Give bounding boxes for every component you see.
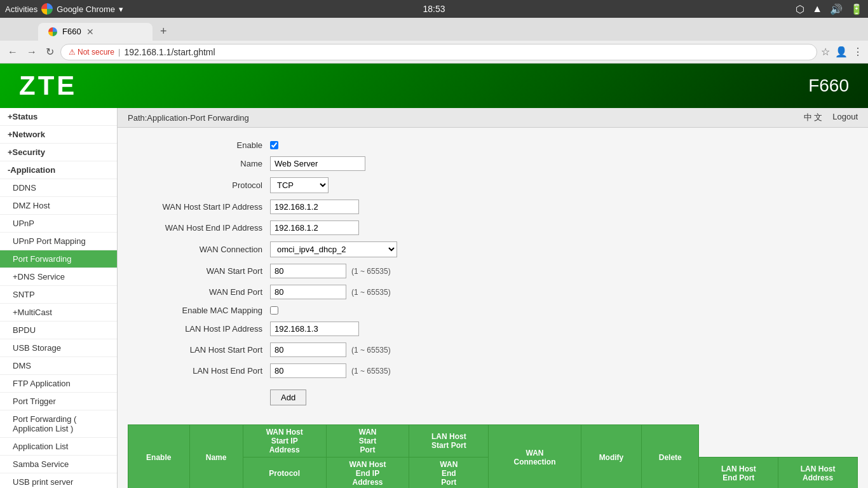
sidebar-item-upnp[interactable]: UPnP	[0, 215, 117, 233]
wan-end-port-label: WAN End Port	[143, 287, 270, 297]
language-switch[interactable]: 中 文	[804, 112, 823, 123]
battery-icon: 🔋	[850, 3, 863, 15]
sidebar-item-status[interactable]: +Status	[0, 108, 117, 126]
mac-mapping-label: Enable MAC Mapping	[143, 306, 270, 315]
th-wan-end-port: WANEndPort	[409, 458, 489, 489]
tab-bar: F660 ✕ +	[0, 18, 868, 41]
sidebar-item-sntp[interactable]: SNTP	[0, 286, 117, 304]
main-layout: +Status+Network+Security-ApplicationDDNS…	[0, 108, 868, 488]
sidebar-item-ftp-application[interactable]: FTP Application	[0, 375, 117, 393]
network-icon: ⬡	[796, 3, 804, 15]
wan-connection-row: WAN Connection omci_ipv4_dhcp_2	[143, 241, 843, 257]
sidebar-item-application-list[interactable]: Application List	[0, 438, 117, 456]
forwarding-table: Enable Name WAN HostStart IPAddress WANS…	[128, 424, 858, 488]
wan-end-port-input[interactable]: 80	[270, 285, 346, 299]
sidebar-item-port-forwarding-app[interactable]: Port Forwarding ( Application List )	[0, 410, 117, 438]
lan-start-port-row: LAN Host Start Port 80 (1 ~ 65535)	[143, 342, 843, 357]
name-label: Name	[143, 159, 270, 168]
wan-end-ip-label: WAN Host End IP Address	[143, 223, 270, 233]
dropdown-arrow[interactable]: ▾	[119, 4, 123, 14]
address-bar[interactable]: ⚠ Not secure | 192.168.1.1/start.ghtml	[60, 44, 817, 60]
th-protocol: Protocol	[243, 458, 326, 489]
zte-logo: ZTE	[19, 71, 77, 101]
enable-checkbox[interactable]	[270, 141, 278, 149]
wifi-icon: ▲	[812, 3, 822, 15]
wan-start-ip-row: WAN Host Start IP Address 192.168.1.2	[143, 200, 843, 214]
not-secure-indicator: ⚠ Not secure	[69, 48, 114, 57]
name-row: Name Web Server	[143, 156, 843, 171]
wan-start-port-row: WAN Start Port 80 (1 ~ 65535)	[143, 264, 843, 278]
th-wan-connection: WANConnection	[489, 425, 581, 489]
th-wan-start-port: WANStartPort	[326, 425, 409, 458]
system-topbar: Activities Google Chrome ▾ 18:53 ⬡ ▲ 🔊 🔋	[0, 0, 868, 18]
lan-ip-row: LAN Host IP Address 192.168.1.3	[143, 322, 843, 336]
sidebar-item-multicast[interactable]: +MultiCast	[0, 304, 117, 322]
tab-favicon	[48, 27, 57, 36]
sidebar-item-dns-service[interactable]: +DNS Service	[0, 268, 117, 286]
active-tab[interactable]: F660 ✕	[38, 23, 153, 41]
add-button-row: Add	[143, 384, 843, 405]
th-wan-start-ip: WAN HostStart IPAddress	[243, 425, 326, 458]
sidebar-item-usb-storage[interactable]: USB Storage	[0, 339, 117, 357]
wan-start-port-label: WAN Start Port	[143, 266, 270, 276]
lan-ip-input[interactable]: 192.168.1.3	[270, 322, 359, 336]
sidebar-item-port-trigger[interactable]: Port Trigger	[0, 393, 117, 410]
th-lan-start-port: LAN HostStart Port	[409, 425, 489, 458]
lan-start-port-input[interactable]: 80	[270, 342, 346, 357]
th-wan-end-ip: WAN HostEnd IPAddress	[326, 458, 409, 489]
sidebar-item-port-forwarding[interactable]: Port Forwarding	[0, 250, 117, 268]
warning-icon: ⚠	[69, 48, 76, 57]
enable-label: Enable	[143, 140, 270, 150]
menu-button[interactable]: ⋮	[853, 46, 863, 58]
forwarding-table-area: Enable Name WAN HostStart IPAddress WANS…	[128, 424, 858, 488]
activities-label[interactable]: Activities	[5, 4, 37, 14]
sidebar-item-dmzhost[interactable]: DMZ Host	[0, 197, 117, 215]
name-input[interactable]: Web Server	[270, 156, 365, 171]
sidebar-item-application[interactable]: -Application	[0, 161, 117, 179]
tab-close-button[interactable]: ✕	[86, 27, 94, 37]
url-display[interactable]: 192.168.1.1/start.ghtml	[124, 47, 215, 57]
lan-start-port-label: LAN Host Start Port	[143, 345, 270, 355]
protocol-label: Protocol	[143, 180, 270, 190]
lan-end-port-input[interactable]: 80	[270, 363, 346, 378]
sidebar-item-security[interactable]: +Security	[0, 144, 117, 161]
sidebar-item-ddns[interactable]: DDNS	[0, 179, 117, 197]
reload-button[interactable]: ↻	[43, 43, 57, 60]
port-forwarding-form: Enable Name Web Server Protocol	[118, 128, 868, 424]
th-name: Name	[189, 425, 243, 489]
wan-start-port-range: (1 ~ 65535)	[351, 267, 391, 276]
lan-end-port-label: LAN Host End Port	[143, 366, 270, 376]
sidebar-item-usb-print-server[interactable]: USB print server	[0, 473, 117, 488]
add-button[interactable]: Add	[270, 390, 306, 405]
forward-button[interactable]: →	[24, 44, 39, 60]
sidebar-item-network[interactable]: +Network	[0, 126, 117, 144]
profile-button[interactable]: 👤	[835, 46, 848, 58]
sidebar-item-samba-service[interactable]: Samba Service	[0, 456, 117, 473]
sidebar-item-upnp-port-mapping[interactable]: UPnP Port Mapping	[0, 233, 117, 250]
wan-start-ip-input[interactable]: 192.168.1.2	[270, 200, 359, 214]
path-bar: Path:Application-Port Forwarding 中 文 Log…	[118, 108, 868, 128]
logout-button[interactable]: Logout	[832, 112, 858, 123]
wan-end-ip-input[interactable]: 192.168.1.2	[270, 220, 359, 235]
sidebar-item-bpdu[interactable]: BPDU	[0, 322, 117, 339]
bookmark-button[interactable]: ☆	[821, 46, 830, 58]
tab-title: F660	[62, 27, 81, 36]
new-tab-button[interactable]: +	[155, 22, 172, 41]
mac-mapping-row: Enable MAC Mapping	[143, 306, 843, 315]
wan-start-port-input[interactable]: 80	[270, 264, 346, 278]
lan-end-port-row: LAN Host End Port 80 (1 ~ 65535)	[143, 363, 843, 378]
back-button[interactable]: ←	[5, 44, 20, 60]
system-time: 18:53	[423, 4, 445, 14]
enable-row: Enable	[143, 140, 843, 150]
lan-end-port-range: (1 ~ 65535)	[351, 367, 391, 376]
navigation-bar: ← → ↻ ⚠ Not secure | 192.168.1.1/start.g…	[0, 41, 868, 64]
wan-connection-select[interactable]: omci_ipv4_dhcp_2	[270, 241, 397, 257]
lan-ip-label: LAN Host IP Address	[143, 324, 270, 334]
mac-mapping-checkbox[interactable]	[270, 306, 278, 315]
zte-header: ZTE F660	[0, 64, 868, 108]
sidebar-item-dms[interactable]: DMS	[0, 357, 117, 375]
wan-end-port-range: (1 ~ 65535)	[351, 288, 391, 297]
protocol-select[interactable]: TCPUDPTCP/UDP	[270, 177, 329, 193]
th-delete: Delete	[642, 425, 699, 489]
sidebar: +Status+Network+Security-ApplicationDDNS…	[0, 108, 118, 488]
